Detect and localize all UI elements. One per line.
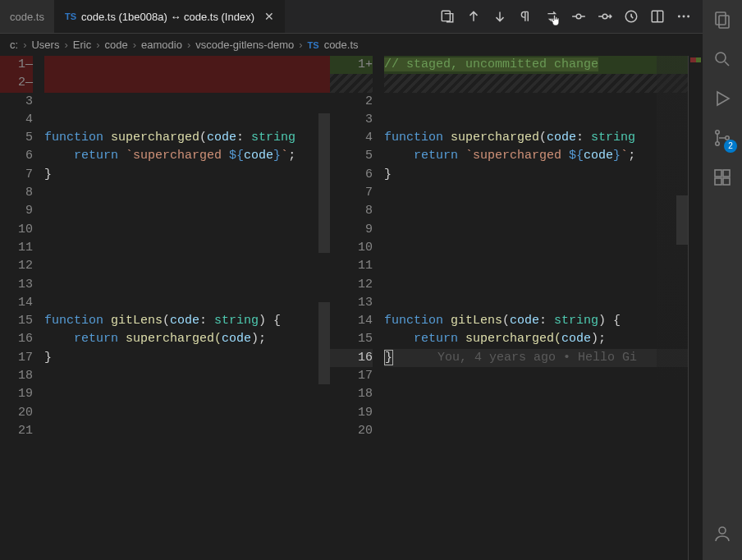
code-line <box>384 404 703 422</box>
overview-ruler[interactable] <box>688 56 703 560</box>
open-changes-icon[interactable] <box>440 9 455 24</box>
scrollbar-thumb[interactable] <box>676 195 688 245</box>
diff-pane-original[interactable]: 1— 2— 3 4 5 6 7 8 9 10 11 12 13 14 15 16… <box>0 56 330 560</box>
svg-point-5 <box>678 16 680 18</box>
scrollbar-thumb[interactable] <box>318 302 330 384</box>
lineno: 11 <box>0 239 33 257</box>
code-line: function supercharged(code: string <box>44 129 330 147</box>
split-icon[interactable] <box>650 9 665 24</box>
code-line <box>384 276 703 294</box>
tab-label: code.ts <box>10 11 44 23</box>
lineno: 18 <box>330 385 373 403</box>
crumb[interactable]: eamodio <box>141 39 182 51</box>
lineno: 1 <box>18 57 25 71</box>
lineno: 19 <box>330 404 373 422</box>
lineno: 9 <box>330 221 373 239</box>
code-line: return `supercharged ${code}`; <box>44 147 330 165</box>
code-line <box>44 221 330 239</box>
code-line <box>44 367 330 385</box>
explorer-icon[interactable] <box>711 8 734 31</box>
pilcrow-icon[interactable] <box>519 9 534 24</box>
code-line <box>44 257 330 275</box>
crumb[interactable]: c: <box>10 39 18 51</box>
extensions-icon[interactable] <box>711 166 734 189</box>
arrow-up-icon[interactable] <box>466 9 481 24</box>
source-control-icon[interactable]: 2 <box>711 126 734 149</box>
crumb[interactable]: code <box>105 39 128 51</box>
search-icon[interactable] <box>711 48 734 71</box>
svg-point-6 <box>683 16 685 18</box>
lineno: 8 <box>0 184 33 202</box>
chevron-right-icon: › <box>64 39 67 51</box>
code-line: } <box>44 349 330 367</box>
code-line: function supercharged(code: string <box>384 129 703 147</box>
typescript-icon: TS <box>65 11 76 21</box>
lineno: 16 <box>330 349 373 367</box>
lineno: 9 <box>0 202 33 220</box>
code-line: } <box>44 166 330 184</box>
code-line <box>384 422 703 440</box>
diff-pane-modified[interactable]: 1+ 2 3 4 5 6 7 8 9 10 11 12 13 14 15 16 … <box>330 56 703 560</box>
chevron-right-icon: › <box>299 39 302 51</box>
lineno: 12 <box>330 276 373 294</box>
close-icon[interactable]: ✕ <box>264 10 274 23</box>
code-line <box>44 184 330 202</box>
code-line <box>384 257 703 275</box>
code-line: return supercharged(code); <box>384 330 703 348</box>
code-line: function gitLens(code: string) { <box>44 312 330 330</box>
lineno: 10 <box>0 221 33 239</box>
code-line: function gitLens(code: string) { <box>384 312 703 330</box>
history-icon[interactable] <box>624 9 639 24</box>
editor-toolbar <box>428 0 703 33</box>
code-line <box>44 385 330 403</box>
code-line <box>384 367 703 385</box>
code-line <box>44 111 330 129</box>
code-line: return `supercharged ${code}`; <box>384 147 703 165</box>
lineno: 15 <box>0 312 33 330</box>
svg-rect-17 <box>723 178 730 185</box>
tab-label: code.ts (1be008a) ↔ code.ts (Index) <box>81 11 254 23</box>
lineno: 20 <box>0 404 33 422</box>
breadcrumb[interactable]: c:› Users› Eric› code› eamodio› vscode-g… <box>0 33 703 56</box>
commit-icon[interactable] <box>571 9 586 24</box>
lineno: 7 <box>330 184 373 202</box>
code-line <box>384 239 703 257</box>
code-line <box>44 93 330 111</box>
arrow-down-icon[interactable] <box>492 9 507 24</box>
lineno: 3 <box>330 111 373 129</box>
crumb[interactable]: Users <box>31 39 59 51</box>
tab-active[interactable]: TS code.ts (1be008a) ↔ code.ts (Index) ✕ <box>55 0 285 33</box>
tab-bar: code.ts TS code.ts (1be008a) ↔ code.ts (… <box>0 0 703 33</box>
svg-point-10 <box>716 53 726 62</box>
scm-badge: 2 <box>724 140 737 153</box>
lineno: 18 <box>0 367 33 385</box>
code-line: } You, 4 years ago • Hello Gi <box>384 349 703 367</box>
run-icon[interactable] <box>711 87 734 110</box>
code-lines[interactable]: // staged, uncommitted change function s… <box>384 56 703 440</box>
lineno: 4 <box>330 129 373 147</box>
code-line: return supercharged(code); <box>44 330 330 348</box>
lineno: 2 <box>330 93 373 111</box>
lineno: 17 <box>0 349 33 367</box>
code-line <box>384 184 703 202</box>
lineno: 7 <box>0 166 33 184</box>
crumb[interactable]: Eric <box>73 39 91 51</box>
svg-rect-0 <box>442 11 450 21</box>
code-line <box>44 202 330 220</box>
cursor: } <box>384 350 393 365</box>
diff-editor: 1— 2— 3 4 5 6 7 8 9 10 11 12 13 14 15 16… <box>0 56 703 560</box>
code-lines[interactable]: function supercharged(code: string retur… <box>44 56 330 440</box>
lineno: 5 <box>0 129 33 147</box>
lineno: 2 <box>18 76 25 90</box>
tab-inactive[interactable]: code.ts <box>0 0 55 33</box>
commit-alt-icon[interactable] <box>598 9 612 24</box>
account-icon[interactable] <box>711 522 734 545</box>
crumb-file[interactable]: code.ts <box>324 39 359 51</box>
lineno: 13 <box>0 276 33 294</box>
lineno <box>330 74 373 92</box>
crumb[interactable]: vscode-gitlens-demo <box>195 39 294 51</box>
more-icon[interactable] <box>676 9 691 24</box>
swap-icon[interactable] <box>545 9 560 24</box>
scrollbar-thumb[interactable] <box>318 113 330 253</box>
code-line <box>384 294 703 312</box>
